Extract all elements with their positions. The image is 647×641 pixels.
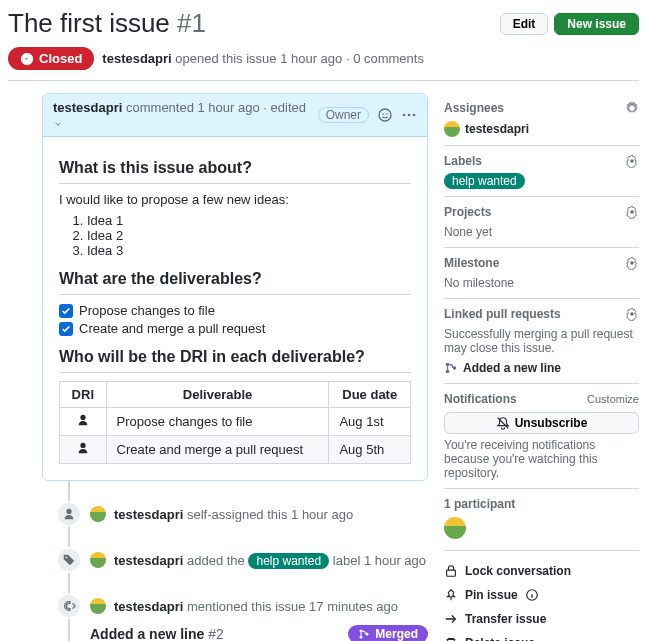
svg-point-19 (630, 312, 634, 316)
gear-icon[interactable] (625, 101, 639, 115)
issue-title: The first issue #1 (8, 8, 206, 39)
svg-point-18 (630, 261, 634, 265)
assignee-name[interactable]: testesdapri (465, 122, 529, 136)
svg-point-8 (80, 443, 85, 448)
comment-body: What is this issue about? I would like t… (43, 137, 427, 480)
unsubscribe-button[interactable]: Unsubscribe (444, 412, 639, 434)
info-icon (525, 588, 539, 602)
checkbox-checked-icon (59, 304, 73, 318)
merge-icon (444, 361, 458, 375)
idea-list: Idea 1 Idea 2 Idea 3 (59, 213, 411, 258)
avatar[interactable] (90, 506, 106, 522)
svg-point-2 (382, 113, 384, 115)
arrow-right-icon (444, 612, 458, 626)
lock-icon (444, 564, 458, 578)
gear-icon[interactable] (625, 154, 639, 168)
dri-table: DRIDeliverableDue date Propose changes t… (59, 381, 411, 464)
person-icon (76, 441, 90, 455)
pin-icon (444, 588, 458, 602)
gear-icon[interactable] (625, 256, 639, 270)
bell-slash-icon (496, 416, 510, 430)
person-icon (56, 501, 82, 527)
linked-pr-link[interactable]: Added a new line (463, 361, 561, 375)
delete-issue-action[interactable]: Delete issue (444, 631, 639, 641)
svg-point-6 (413, 114, 416, 117)
gear-icon[interactable] (625, 205, 639, 219)
linked-prs-section: Linked pull requests Successfully mergin… (444, 299, 639, 384)
timeline-item: testesdapri self-assigned this 1 hour ag… (58, 491, 428, 537)
issue-meta: testesdapri opened this issue 1 hour ago… (102, 51, 424, 66)
cross-reference-icon (56, 593, 82, 619)
svg-rect-23 (447, 570, 456, 576)
owner-badge: Owner (318, 107, 369, 123)
projects-section: Projects None yet (444, 197, 639, 248)
gear-icon[interactable] (625, 307, 639, 321)
svg-point-21 (446, 370, 450, 374)
new-issue-button[interactable]: New issue (554, 13, 639, 35)
tag-icon (56, 547, 82, 573)
labels-section: Labels help wanted (444, 146, 639, 197)
notifications-section: NotificationsCustomize Unsubscribe You'r… (444, 384, 639, 489)
svg-point-10 (66, 557, 68, 559)
avatar[interactable] (444, 517, 466, 539)
timeline-item: testesdapri mentioned this issue 17 minu… (58, 583, 428, 629)
transfer-issue-action[interactable]: Transfer issue (444, 607, 639, 631)
kebab-icon[interactable] (401, 107, 417, 123)
lock-conversation-action[interactable]: Lock conversation (444, 559, 639, 583)
participants-section: 1 participant (444, 489, 639, 551)
svg-point-20 (446, 363, 450, 367)
svg-point-7 (80, 415, 85, 420)
closed-icon (20, 52, 34, 66)
avatar[interactable] (444, 121, 460, 137)
chevron-down-icon[interactable] (53, 119, 63, 129)
trash-icon (444, 636, 458, 641)
svg-point-12 (360, 636, 363, 639)
pin-issue-action[interactable]: Pin issue (444, 583, 639, 607)
comment-meta: testesdapri commented 1 hour ago · edite… (53, 100, 318, 130)
person-icon (76, 413, 90, 427)
svg-point-17 (630, 210, 634, 214)
svg-point-9 (66, 509, 71, 514)
task-item[interactable]: Create and merge a pull request (59, 321, 411, 336)
assignees-section: Assignees testesdapri (444, 93, 639, 146)
label-pill[interactable]: help wanted (444, 173, 525, 189)
svg-point-11 (360, 630, 363, 633)
task-item[interactable]: Propose changes to file (59, 303, 411, 318)
avatar[interactable] (90, 598, 106, 614)
avatar[interactable] (90, 552, 106, 568)
timeline-item: testesdapri added the help wanted label … (58, 537, 428, 583)
svg-point-5 (408, 114, 411, 117)
milestone-section: Milestone No milestone (444, 248, 639, 299)
svg-point-16 (630, 159, 634, 163)
svg-point-1 (379, 109, 391, 121)
comment-box: testesdapri commented 1 hour ago · edite… (42, 93, 428, 481)
label-pill[interactable]: help wanted (248, 553, 329, 569)
customize-link[interactable]: Customize (587, 393, 639, 405)
checkbox-checked-icon (59, 322, 73, 336)
status-badge: Closed (8, 47, 94, 70)
smiley-icon[interactable] (377, 107, 393, 123)
svg-point-3 (386, 113, 388, 115)
edit-button[interactable]: Edit (500, 13, 549, 35)
svg-point-4 (403, 114, 406, 117)
